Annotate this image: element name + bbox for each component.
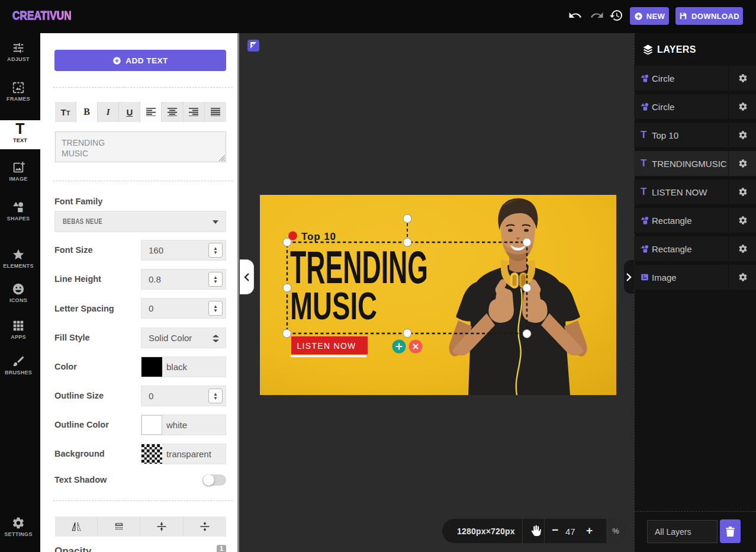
- svg-text:Top 10: Top 10: [301, 231, 336, 242]
- svg-text:MUSIC: MUSIC: [290, 285, 377, 328]
- svg-text:LISTEN NOW: LISTEN NOW: [297, 341, 356, 351]
